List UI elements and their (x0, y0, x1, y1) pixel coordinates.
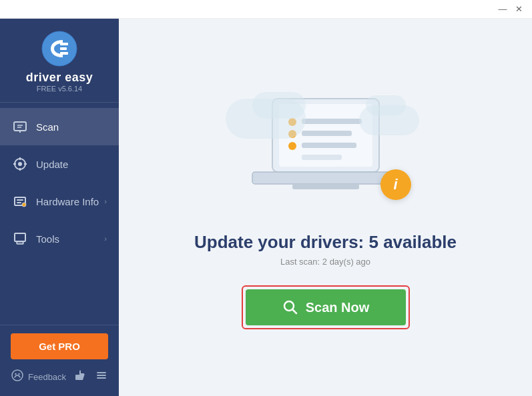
svg-point-39 (288, 142, 296, 150)
scan-search-icon (282, 299, 299, 316)
svg-rect-38 (302, 131, 352, 136)
scan-now-button[interactable]: Scan Now (246, 289, 406, 325)
svg-rect-2 (60, 47, 67, 50)
sidebar-logo: driver easy FREE v5.6.14 (0, 19, 119, 103)
illustration-area: i (219, 85, 433, 219)
svg-point-18 (22, 203, 26, 207)
svg-point-10 (18, 162, 22, 166)
sidebar: driver easy FREE v5.6.14 Scan (0, 19, 119, 396)
scan-nav-label: Scan (36, 121, 107, 133)
thumbs-up-icon (74, 369, 87, 385)
close-button[interactable]: ✕ (511, 1, 527, 17)
feedback-icon (11, 369, 24, 385)
get-pro-button[interactable]: Get PRO (11, 333, 108, 359)
update-nav-label: Update (36, 159, 107, 170)
hardware-info-nav-label: Hardware Info (36, 196, 104, 207)
svg-point-26 (18, 373, 19, 375)
tools-nav-icon (12, 231, 28, 247)
sidebar-item-update[interactable]: Update (0, 145, 119, 183)
info-badge: i (380, 169, 411, 200)
svg-rect-27 (75, 375, 77, 380)
svg-rect-17 (17, 202, 21, 203)
hardware-info-nav-icon (12, 193, 28, 209)
svg-line-43 (292, 310, 296, 314)
cloud-bg-4 (366, 95, 406, 115)
list-link[interactable] (95, 369, 108, 385)
list-icon (95, 369, 108, 385)
tools-arrow-icon: › (104, 235, 107, 243)
svg-point-25 (15, 373, 16, 375)
sidebar-item-tools[interactable]: Tools › (0, 220, 119, 257)
thumbs-up-link[interactable] (74, 369, 87, 385)
sidebar-item-hardware-info[interactable]: Hardware Info › (0, 183, 119, 220)
app-container: driver easy FREE v5.6.14 Scan (0, 19, 532, 396)
main-content: i Update your drivers: 5 available Last … (119, 19, 532, 396)
scan-now-wrapper: Scan Now (242, 285, 410, 329)
update-nav-icon (12, 156, 28, 172)
last-scan-text: Last scan: 2 day(s) ago (280, 257, 370, 267)
logo-version: FREE v5.6.14 (37, 85, 82, 93)
svg-rect-34 (292, 184, 359, 189)
cloud-bg-2 (252, 92, 306, 119)
titlebar: — ✕ (0, 0, 532, 19)
sidebar-footer: Get PRO Feedback (0, 325, 119, 396)
app-logo-icon (41, 31, 77, 67)
svg-rect-36 (302, 119, 362, 124)
scan-nav-icon (12, 119, 28, 135)
update-title: Update your drivers: 5 available (194, 232, 457, 253)
scan-now-label: Scan Now (306, 300, 370, 315)
hardware-info-arrow-icon: › (104, 197, 107, 205)
feedback-label: Feedback (28, 372, 66, 382)
minimize-button[interactable]: — (495, 1, 511, 17)
svg-rect-16 (17, 199, 23, 201)
svg-rect-33 (252, 172, 399, 184)
sidebar-navigation: Scan Update (0, 103, 119, 325)
feedback-link[interactable]: Feedback (11, 369, 66, 385)
svg-point-0 (42, 31, 77, 66)
sidebar-item-scan[interactable]: Scan (0, 108, 119, 145)
svg-rect-3 (60, 52, 68, 55)
svg-rect-41 (302, 155, 342, 160)
svg-rect-19 (15, 233, 25, 241)
svg-rect-1 (60, 43, 68, 45)
svg-rect-40 (302, 143, 356, 148)
tools-nav-label: Tools (36, 233, 104, 245)
footer-actions: Feedback (11, 369, 108, 385)
svg-rect-4 (14, 122, 26, 131)
logo-text: driver easy (26, 71, 93, 85)
